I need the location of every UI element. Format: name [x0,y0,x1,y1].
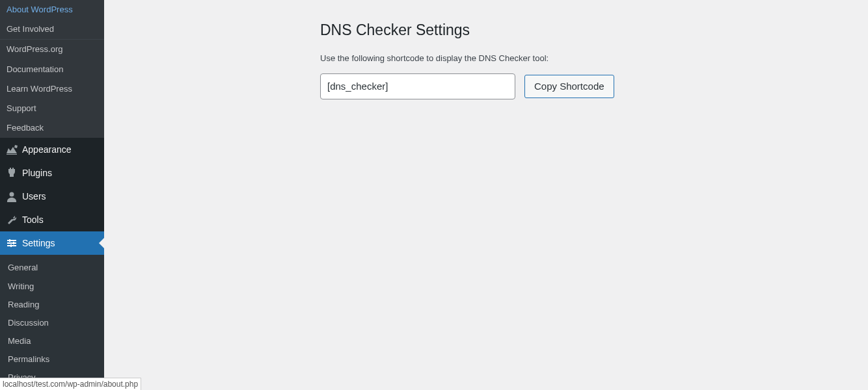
sidebar-link-about-wordpress[interactable]: About WordPress [0,0,104,20]
menu-label: Appearance [22,144,72,155]
menu-label: Users [22,190,46,202]
plugins-icon [5,166,18,179]
sidebar-link-learn-wordpress[interactable]: Learn WordPress [0,79,104,99]
settings-icon [5,237,18,250]
shortcode-row: Copy Shortcode [320,73,855,99]
submenu-permalinks[interactable]: Permalinks [0,350,104,369]
sidebar-link-documentation[interactable]: Documentation [0,60,104,79]
sidebar-link-feedback[interactable]: Feedback [0,118,104,138]
appearance-icon [5,143,18,156]
menu-settings[interactable]: Settings [0,231,104,255]
menu-plugins[interactable]: Plugins [0,161,104,185]
submenu-media[interactable]: Media [0,332,104,350]
svg-rect-4 [9,239,10,242]
submenu-writing[interactable]: Writing [0,278,104,296]
menu-label: Settings [22,237,55,249]
menu-label: Plugins [22,167,52,179]
sidebar-link-get-involved[interactable]: Get Involved [0,20,104,39]
settings-submenu: General Writing Reading Discussion Media… [0,255,104,390]
content-inner: DNS Checker Settings Use the following s… [130,13,855,99]
svg-rect-6 [10,244,12,247]
admin-sidebar: About WordPress Get Involved WordPress.o… [0,0,104,390]
users-icon [5,190,18,203]
page-title: DNS Checker Settings [320,21,855,40]
sidebar-top-section: About WordPress Get Involved WordPress.o… [0,0,104,138]
svg-rect-2 [7,242,16,244]
submenu-discussion[interactable]: Discussion [0,314,104,332]
menu-tools[interactable]: Tools [0,208,104,231]
submenu-reading[interactable]: Reading [0,296,104,314]
main-content: DNS Checker Settings Use the following s… [117,0,868,112]
sidebar-link-wordpress-org[interactable]: WordPress.org [0,40,104,59]
tools-icon [5,213,18,226]
svg-rect-1 [7,240,16,241]
intro-text: Use the following shortcode to display t… [320,53,855,63]
menu-appearance[interactable]: Appearance [0,138,104,161]
menu-users[interactable]: Users [0,185,104,208]
sidebar-link-support[interactable]: Support [0,99,104,118]
copy-shortcode-button[interactable]: Copy Shortcode [524,75,614,98]
svg-point-0 [10,192,14,197]
status-bar-url: localhost/test.com/wp-admin/about.php [0,378,141,390]
submenu-general[interactable]: General [0,259,104,277]
svg-rect-5 [13,242,14,244]
menu-label: Tools [22,214,44,226]
shortcode-input[interactable] [320,73,515,99]
